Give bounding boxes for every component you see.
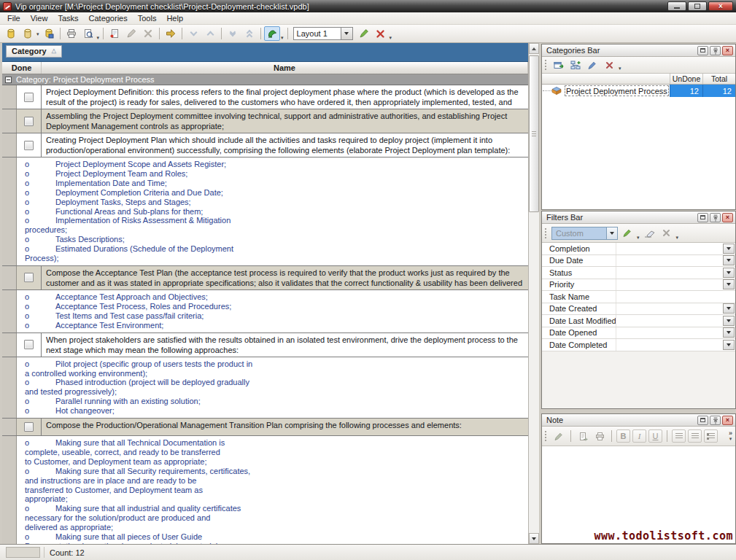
highlighter-dropdown[interactable]: ▾ (281, 35, 284, 41)
task-checkbox[interactable] (24, 340, 34, 349)
scroll-down-button[interactable] (529, 533, 539, 544)
panel-close-button[interactable]: × (722, 46, 733, 55)
panel-restore-button[interactable] (697, 213, 708, 222)
filter-dropdown-button[interactable] (723, 268, 735, 278)
delete-filter-button[interactable] (659, 227, 674, 240)
filter-preset-value[interactable]: Custom (551, 227, 607, 240)
menu-item-help[interactable]: Help (161, 13, 188, 24)
menu-item-tasks[interactable]: Tasks (53, 13, 83, 24)
filter-value[interactable] (616, 279, 723, 291)
filters-toolbar-overflow[interactable]: ▾ (676, 235, 679, 241)
filter-value[interactable] (616, 243, 723, 254)
task-row-bullets[interactable]: oPilot project (specific group of users … (2, 357, 528, 419)
align-left-button[interactable] (672, 429, 686, 443)
menu-item-file[interactable]: File (2, 13, 26, 24)
vertical-scrollbar[interactable] (528, 43, 539, 544)
edit-note-button[interactable] (551, 429, 566, 443)
task-row[interactable]: Assembling the Project Deployment commit… (2, 109, 528, 133)
column-header-name[interactable]: Name (42, 62, 528, 74)
customize-layout-button[interactable] (356, 26, 372, 41)
scroll-up-button[interactable] (529, 43, 539, 54)
filter-preset-combobox[interactable]: Custom (551, 227, 618, 240)
categories-total-header[interactable]: Total (702, 74, 735, 84)
move-up-button[interactable] (202, 26, 218, 41)
panel-restore-button[interactable] (697, 416, 708, 425)
new-database-button[interactable] (3, 26, 19, 41)
print-button[interactable] (63, 26, 80, 41)
collapse-group-icon[interactable] (5, 77, 12, 83)
task-checkbox[interactable] (24, 422, 34, 432)
minimize-button[interactable] (667, 1, 686, 11)
task-row-bullets[interactable]: oProject Deployment Scope and Assets Reg… (2, 158, 528, 266)
task-row[interactable]: Project Deployment Definition: this proc… (2, 85, 528, 109)
scrollbar-thumb[interactable] (529, 55, 539, 212)
complete-task-button[interactable] (163, 26, 179, 41)
clear-filter-button[interactable] (643, 227, 657, 240)
print-group-overflow[interactable]: ▾ (97, 35, 100, 41)
move-to-bottom-button[interactable] (225, 26, 241, 41)
open-database-dropdown[interactable]: ▾ (36, 31, 39, 37)
menu-item-view[interactable]: View (26, 13, 53, 24)
category-tree-row[interactable]: Project Deployment Process 12 12 (542, 85, 735, 97)
panel-restore-button[interactable] (697, 46, 708, 55)
filter-value[interactable] (616, 339, 723, 351)
add-subcategory-button[interactable] (568, 58, 583, 71)
apply-filter-dropdown[interactable]: ▾ (637, 235, 640, 241)
task-row[interactable]: Compose the Acceptance Test Plan (the ac… (2, 266, 528, 290)
toolbar-grip[interactable] (545, 228, 546, 238)
add-category-button[interactable] (551, 58, 566, 71)
filter-value[interactable] (616, 327, 723, 339)
panel-pin-button[interactable] (710, 46, 721, 55)
print-note-button[interactable] (592, 429, 607, 443)
edit-task-button[interactable] (123, 26, 139, 41)
toolbar-grip[interactable] (545, 431, 546, 441)
edit-category-button[interactable] (585, 58, 600, 71)
close-button[interactable]: × (708, 1, 733, 11)
highlighter-button[interactable] (264, 26, 280, 41)
move-to-top-button[interactable] (241, 26, 257, 41)
italic-button[interactable]: I (632, 429, 646, 443)
move-down-button[interactable] (185, 26, 201, 41)
filter-value[interactable] (616, 315, 723, 327)
maximize-button[interactable] (688, 1, 707, 11)
menu-item-categories[interactable]: Categories (84, 13, 133, 24)
filter-value[interactable] (616, 267, 723, 279)
task-checkbox[interactable] (24, 117, 34, 126)
open-database-button[interactable] (20, 26, 36, 41)
filter-dropdown-button[interactable] (723, 316, 735, 326)
column-header-done[interactable]: Done (2, 62, 42, 74)
task-row-bullets[interactable]: oAcceptance Test Approach and Objectives… (2, 290, 528, 333)
bold-button[interactable]: B (616, 429, 630, 443)
filter-value[interactable] (616, 255, 723, 267)
filter-dropdown-button[interactable] (723, 255, 735, 265)
filter-dropdown-button[interactable] (723, 327, 735, 338)
toolbar-overflow[interactable]: ▾ (390, 35, 392, 41)
new-task-button[interactable] (106, 26, 123, 41)
panel-pin-button[interactable] (710, 213, 721, 222)
categories-toolbar-overflow[interactable]: ▾ (619, 66, 621, 71)
delete-layout-button[interactable] (373, 26, 389, 41)
task-row-bullets[interactable]: oMaking sure that all Technical Document… (2, 436, 528, 544)
categories-undone-header[interactable]: UnDone (670, 74, 702, 84)
delete-task-button[interactable] (140, 26, 156, 41)
task-checkbox[interactable] (24, 93, 34, 102)
note-editor-area[interactable]: www.todolistsoft.com (542, 446, 735, 543)
apply-filter-button[interactable] (620, 227, 635, 240)
panel-pin-button[interactable] (710, 416, 721, 425)
align-justify-button[interactable] (688, 429, 702, 443)
panel-close-button[interactable]: × (722, 213, 733, 222)
note-toolbar-overflow[interactable]: »▾ (729, 431, 732, 441)
task-checkbox[interactable] (24, 273, 34, 282)
filter-value[interactable] (616, 291, 735, 303)
task-row[interactable]: Compose the Production/Operational Manag… (2, 419, 528, 436)
panel-close-button[interactable]: × (722, 416, 733, 425)
bullet-list-button[interactable] (704, 429, 718, 443)
layout-combobox-value[interactable]: Layout 1 (293, 27, 341, 40)
task-row[interactable]: Creating Project Deployment Plan which s… (2, 133, 528, 158)
group-by-category-button[interactable]: Category △ (6, 45, 62, 58)
save-database-button[interactable] (41, 26, 57, 41)
toolbar-grip[interactable] (545, 60, 546, 70)
task-checkbox[interactable] (24, 141, 34, 150)
task-row[interactable]: When project stakeholders are satisfied … (2, 333, 528, 357)
filter-value[interactable] (616, 303, 723, 315)
